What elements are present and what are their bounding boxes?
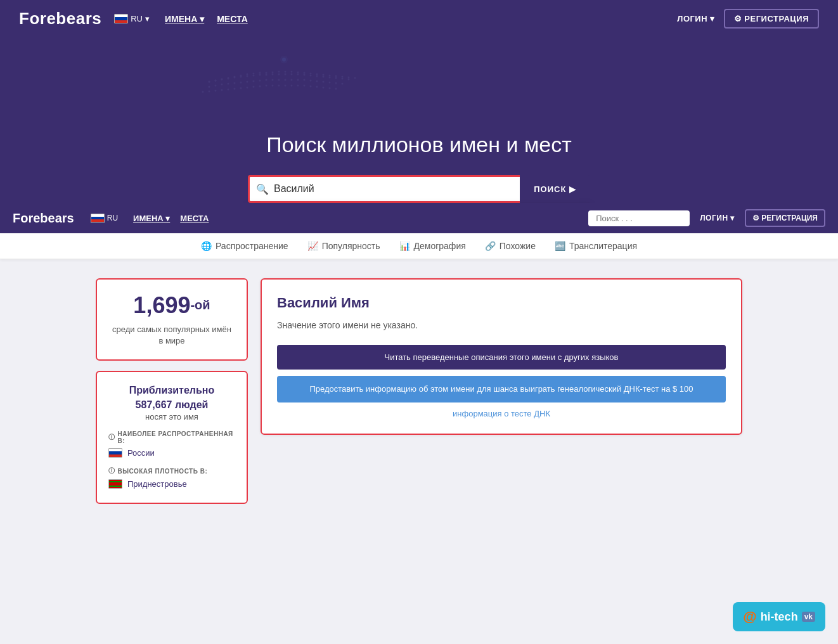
nav-names[interactable]: ИМЕНА ▾ <box>165 14 204 24</box>
svg-point-15 <box>335 75 337 77</box>
svg-point-2 <box>253 73 255 75</box>
svg-point-76 <box>247 87 248 89</box>
svg-point-13 <box>323 74 325 76</box>
dna-info-link[interactable]: информация о тесте ДНК <box>277 409 726 418</box>
rank-display: 1,699-ой <box>110 292 234 319</box>
svg-point-18 <box>354 77 356 79</box>
hero-title: Поиск миллионов имен и мест <box>19 132 819 157</box>
tab-distribution[interactable]: 🌐 Распространение <box>201 241 288 251</box>
svg-point-6 <box>278 71 280 73</box>
svg-point-43 <box>329 77 331 79</box>
svg-point-66 <box>329 82 331 84</box>
svg-point-12 <box>316 74 318 75</box>
svg-point-83 <box>291 85 293 87</box>
svg-point-50 <box>228 83 229 85</box>
language-selector-2[interactable]: RU <box>91 214 118 223</box>
info-card: Василий Имя Значение этого имени не указ… <box>261 278 742 435</box>
svg-point-64 <box>316 80 318 82</box>
svg-point-55 <box>259 80 261 82</box>
info-icon: ⓘ <box>108 433 115 442</box>
svg-point-68 <box>342 83 344 85</box>
high-density-country[interactable]: Приднестровье <box>108 479 235 489</box>
most-common-title: ⓘ НАИБОЛЕЕ РАСПРОСТРАНЕННАЯ В: <box>108 430 235 444</box>
search-container: 🔍 ПОИСК ▶ Василий (фамилия) Василийская … <box>248 175 590 203</box>
search-button[interactable]: ПОИСК ▶ <box>520 175 590 203</box>
language-selector[interactable]: RU ▾ <box>114 14 150 23</box>
search-input[interactable] <box>274 177 513 201</box>
second-search-input[interactable] <box>596 214 682 223</box>
svg-point-61 <box>297 79 299 81</box>
second-search-wrapper <box>588 210 690 226</box>
svg-point-47 <box>209 86 210 88</box>
search-input-wrapper: 🔍 <box>248 175 520 203</box>
svg-point-69 <box>202 91 204 93</box>
search-row: 🔍 ПОИСК ▶ <box>248 175 590 203</box>
svg-point-84 <box>297 85 299 87</box>
svg-point-58 <box>278 79 280 81</box>
svg-point-71 <box>215 90 217 92</box>
rank-suffix: -ой <box>190 298 210 312</box>
svg-point-45 <box>342 78 344 80</box>
similar-icon: 🔗 <box>485 241 496 251</box>
svg-point-75 <box>240 87 242 89</box>
nav-places-2[interactable]: МЕСТА <box>180 214 209 223</box>
svg-point-14 <box>329 75 331 77</box>
svg-point-38 <box>297 74 299 75</box>
read-descriptions-button[interactable]: Читать переведенные описания этого имени… <box>277 345 726 370</box>
nav-names-2[interactable]: ИМЕНА ▾ <box>133 214 170 223</box>
register-button[interactable]: ⚙ РЕГИСТРАЦИЯ <box>724 9 819 29</box>
svg-point-29 <box>240 76 242 78</box>
transnistria-flag <box>108 479 122 489</box>
tab-transliteration[interactable]: 🔤 Транслитерация <box>555 241 637 251</box>
svg-point-53 <box>247 81 248 83</box>
flag-icon-2 <box>91 214 105 223</box>
stats-card: Приблизительно 587,667 людей носят это и… <box>96 371 248 504</box>
svg-point-77 <box>253 86 255 88</box>
svg-point-87 <box>316 86 318 88</box>
world-map: // We'll just generate dots in the SVG v… <box>19 56 819 132</box>
hero-body: // We'll just generate dots in the SVG v… <box>0 37 838 203</box>
svg-point-32 <box>259 74 261 76</box>
nav-places[interactable]: МЕСТА <box>217 14 248 24</box>
svg-point-82 <box>285 85 287 87</box>
svg-point-25 <box>215 80 217 82</box>
rank-description: среди самых популярных имён в мире <box>110 324 234 347</box>
main-content: 1,699-ой среди самых популярных имён в м… <box>83 259 755 523</box>
distribution-icon: 🌐 <box>201 241 212 251</box>
svg-point-35 <box>278 74 280 75</box>
high-density-section: ⓘ ВЫСОКАЯ ПЛОТНОСТЬ В: Приднестровье <box>108 467 235 489</box>
tab-similar[interactable]: 🔗 Похожие <box>485 241 536 251</box>
logo2[interactable]: Forebears <box>13 211 74 226</box>
search-icon: 🔍 <box>256 183 269 195</box>
svg-point-4 <box>266 72 268 74</box>
svg-point-27 <box>228 78 229 80</box>
info-card-title: Василий Имя <box>277 295 726 311</box>
svg-point-9 <box>297 72 299 74</box>
most-common-country[interactable]: России <box>108 448 235 458</box>
svg-point-92 <box>280 56 288 63</box>
tab-demographics[interactable]: 📊 Демография <box>399 241 466 251</box>
svg-point-60 <box>291 79 293 81</box>
login-button-2[interactable]: ЛОГИН ▾ <box>700 214 735 222</box>
info-icon-2: ⓘ <box>108 467 115 475</box>
tab-popularity[interactable]: 📈 Популярность <box>307 241 380 251</box>
svg-point-52 <box>240 82 242 84</box>
svg-point-1 <box>247 74 248 75</box>
hero-section: Forebears RU ▾ ИМЕНА ▾ МЕСТА ЛОГИН ▾ ⚙ Р… <box>0 0 838 203</box>
svg-point-17 <box>348 77 350 79</box>
svg-point-8 <box>291 71 293 73</box>
info-card-desc: Значение этого имени не указано. <box>277 319 726 332</box>
svg-point-5 <box>272 72 274 74</box>
register-button-2[interactable]: ⚙ РЕГИСТРАЦИЯ <box>745 209 825 227</box>
svg-point-72 <box>221 89 223 91</box>
tabs-bar: 🌐 Распространение 📈 Популярность 📊 Демог… <box>0 233 838 259</box>
svg-point-59 <box>285 79 287 81</box>
logo[interactable]: Forebears <box>19 9 101 29</box>
provide-info-button[interactable]: Предоставить информацию об этом имени дл… <box>277 376 726 402</box>
svg-point-63 <box>310 80 312 82</box>
svg-point-33 <box>266 74 268 76</box>
login-button[interactable]: ЛОГИН ▾ <box>677 14 714 23</box>
russia-flag <box>108 448 122 458</box>
svg-point-90 <box>335 88 337 90</box>
svg-point-16 <box>342 76 344 78</box>
